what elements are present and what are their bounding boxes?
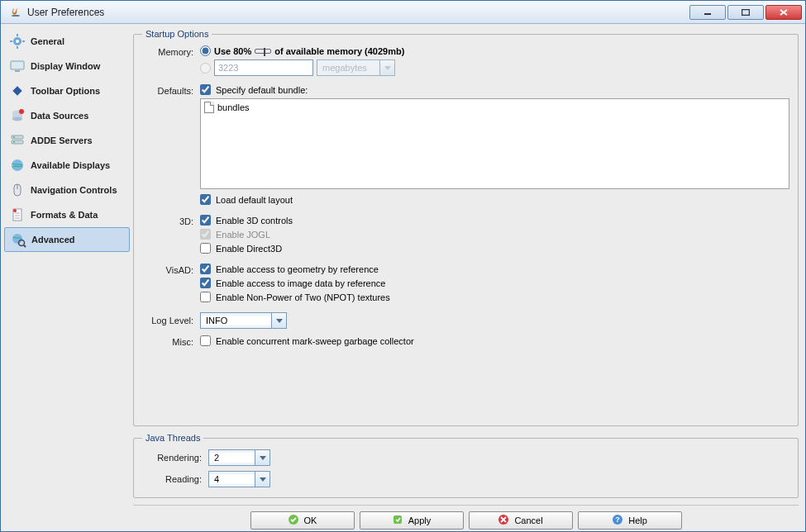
rendering-value: 2 <box>209 453 255 463</box>
window-title: User Preferences <box>27 7 104 18</box>
apply-button[interactable]: Apply <box>360 511 464 530</box>
sidebar-item-toolbar-options[interactable]: Toolbar Options <box>4 78 130 103</box>
npot-checkbox[interactable] <box>200 292 211 302</box>
sidebar-item-label: ADDE Servers <box>31 135 93 145</box>
load-default-layout-checkbox[interactable] <box>200 194 211 205</box>
ok-button[interactable]: OK <box>250 511 355 530</box>
misc-label: Misc: <box>142 335 200 347</box>
window-controls <box>689 5 802 20</box>
java-threads-group: Java Threads Rendering: 2 Reading: 4 <box>133 433 799 498</box>
memory-label: Memory: <box>142 45 200 57</box>
rendering-combo[interactable]: 2 <box>208 449 270 466</box>
memory-unit-combo[interactable]: megabytes <box>317 59 395 76</box>
memory-use-80-suffix: of available memory (4029mb) <box>274 46 404 56</box>
sidebar-item-display-window[interactable]: Display Window <box>4 54 130 78</box>
3d-label: 3D: <box>142 215 200 226</box>
geometry-ref-checkbox[interactable] <box>200 264 211 274</box>
svg-rect-10 <box>11 61 24 69</box>
chevron-down-icon <box>379 60 394 75</box>
check-icon <box>288 514 299 527</box>
maximize-button[interactable] <box>727 5 764 20</box>
enable-3d-checkbox[interactable] <box>200 215 211 226</box>
preferences-window: User Preferences General Display Window … <box>0 0 806 532</box>
category-sidebar: General Display Window Toolbar Options D… <box>1 24 133 531</box>
java-icon <box>9 6 22 19</box>
chevron-down-icon <box>271 313 286 328</box>
specify-bundle-checkbox[interactable] <box>200 84 211 95</box>
svg-rect-11 <box>15 70 20 72</box>
sidebar-item-navigation-controls[interactable]: Navigation Controls <box>4 178 130 202</box>
loglevel-combo[interactable]: INFO <box>200 312 287 329</box>
reading-value: 4 <box>209 474 255 484</box>
image-ref-checkbox[interactable] <box>200 278 211 288</box>
help-label: Help <box>628 515 647 525</box>
sidebar-item-general[interactable]: General <box>4 29 130 54</box>
svg-rect-8 <box>10 40 12 42</box>
memory-custom-input[interactable] <box>214 59 313 76</box>
enable-jogl-label: Enable JOGL <box>216 230 270 240</box>
gear-icon <box>9 33 26 50</box>
startup-legend: Startup Options <box>142 29 212 39</box>
bundle-list-item[interactable]: bundles <box>203 101 787 114</box>
database-icon <box>9 107 26 124</box>
sidebar-item-label: Display Window <box>31 61 100 71</box>
monitor-icon <box>9 58 26 74</box>
sidebar-item-available-displays[interactable]: Available Displays <box>4 153 130 178</box>
enable-d3d-checkbox[interactable] <box>200 243 211 254</box>
enable-jogl-checkbox[interactable] <box>200 229 211 240</box>
reading-combo[interactable]: 4 <box>208 471 270 487</box>
globe-magnify-icon <box>10 231 26 248</box>
svg-rect-12 <box>12 86 21 95</box>
ok-label: OK <box>304 515 317 525</box>
button-bar: OK Apply Cancel ? Help <box>133 505 799 531</box>
svg-text:?: ? <box>615 515 620 524</box>
cancel-button[interactable]: Cancel <box>469 511 573 530</box>
apply-label: Apply <box>408 515 432 525</box>
sidebar-item-formats-data[interactable]: Formats & Data <box>4 202 130 227</box>
sidebar-item-advanced[interactable]: Advanced <box>4 227 130 252</box>
globe-icon <box>9 157 26 173</box>
apply-icon <box>392 514 403 527</box>
specify-bundle-label: Specify default bundle: <box>216 85 308 95</box>
sidebar-item-label: Formats & Data <box>31 210 98 220</box>
npot-label: Enable Non-Power of Two (NPOT) textures <box>216 292 390 302</box>
enable-d3d-label: Enable Direct3D <box>216 244 282 254</box>
memory-use-80-radio[interactable] <box>200 45 211 56</box>
mouse-icon <box>9 182 26 198</box>
close-button[interactable] <box>765 5 802 20</box>
svg-rect-9 <box>22 40 25 42</box>
help-icon: ? <box>612 514 623 527</box>
loglevel-value: INFO <box>201 316 271 325</box>
defaults-label: Defaults: <box>142 84 200 96</box>
sidebar-item-label: Toolbar Options <box>31 86 100 96</box>
cancel-icon <box>498 514 509 527</box>
bundle-listbox[interactable]: bundles <box>200 98 789 189</box>
diamond-icon <box>9 83 26 99</box>
rendering-label: Rendering: <box>142 453 208 463</box>
sidebar-item-label: General <box>31 36 64 46</box>
cms-gc-label: Enable concurrent mark-sweep garbage col… <box>216 336 414 346</box>
svg-point-16 <box>19 109 24 114</box>
loglevel-label: Log Level: <box>142 316 200 325</box>
bundle-item-label: bundles <box>217 102 250 112</box>
server-icon <box>9 132 26 149</box>
threads-legend: Java Threads <box>142 433 203 443</box>
svg-point-19 <box>13 136 15 138</box>
load-default-layout-label: Load default layout <box>216 195 293 205</box>
sidebar-item-data-sources[interactable]: Data Sources <box>4 103 130 128</box>
chevron-down-icon <box>255 472 269 487</box>
startup-options-group: Startup Options Memory: Use 80% of avail… <box>133 29 799 426</box>
cms-gc-checkbox[interactable] <box>200 335 211 346</box>
memory-custom-radio[interactable] <box>200 63 211 74</box>
svg-point-15 <box>12 117 22 121</box>
help-button[interactable]: ? Help <box>578 511 682 530</box>
svg-rect-0 <box>704 13 711 15</box>
svg-point-20 <box>13 141 15 143</box>
slider-icon[interactable] <box>255 49 271 54</box>
sidebar-item-adde-servers[interactable]: ADDE Servers <box>4 128 130 153</box>
chevron-down-icon <box>255 450 269 465</box>
svg-rect-1 <box>742 9 750 15</box>
sidebar-item-label: Data Sources <box>31 111 88 121</box>
minimize-button[interactable] <box>689 5 726 20</box>
cancel-label: Cancel <box>514 515 542 525</box>
